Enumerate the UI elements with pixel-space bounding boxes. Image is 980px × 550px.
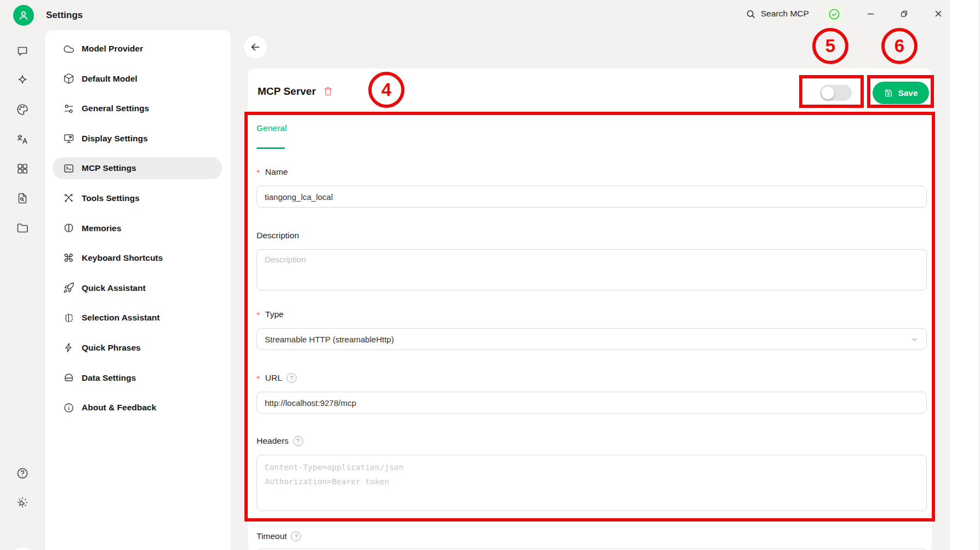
person-icon xyxy=(17,9,30,22)
url-help-icon[interactable]: ? xyxy=(287,373,297,383)
minimize-button[interactable] xyxy=(859,0,881,27)
brain-icon xyxy=(63,222,75,234)
description-label: Description xyxy=(257,231,299,240)
save-button[interactable]: Save xyxy=(873,82,929,104)
sidebar-item-default-model[interactable]: Default Model xyxy=(53,68,222,90)
folder-icon[interactable] xyxy=(16,221,29,234)
sidebar-item-quick-phrases[interactable]: Quick Phrases xyxy=(53,337,222,359)
chevron-down-icon xyxy=(910,335,919,343)
sidebar-item-quick-assistant[interactable]: Quick Assistant xyxy=(53,277,222,299)
help-icon[interactable] xyxy=(16,467,29,480)
check-circle-icon xyxy=(828,8,841,21)
url-label: URL? xyxy=(257,373,297,383)
display-icon xyxy=(63,133,75,144)
toggle-knob xyxy=(822,87,834,99)
app-window: Settings Search MCP xyxy=(0,0,950,550)
server-title: MCP Server xyxy=(258,68,316,114)
palette-icon[interactable] xyxy=(16,103,29,116)
sidebar-item-general-settings[interactable]: General Settings xyxy=(53,98,222,119)
name-input[interactable] xyxy=(257,186,927,208)
headers-label: Headers? xyxy=(257,436,303,446)
arrow-left-icon xyxy=(249,41,261,53)
package-icon xyxy=(63,73,75,84)
command-icon: ⌘ xyxy=(63,253,75,264)
text-select-icon xyxy=(63,312,75,324)
nav-rail xyxy=(0,30,45,550)
sidebar-item-display-settings[interactable]: Display Settings xyxy=(53,128,222,150)
sidebar-item-about-feedback[interactable]: About & Feedback xyxy=(53,397,222,419)
headers-textarea[interactable] xyxy=(257,455,927,511)
url-input[interactable] xyxy=(257,392,927,414)
save-icon xyxy=(884,88,893,98)
page-title: Settings xyxy=(46,0,83,30)
cloud-icon xyxy=(63,43,75,55)
title-bar: Settings Search MCP xyxy=(0,0,950,30)
file-search-icon[interactable] xyxy=(16,192,29,205)
screenshot-edge-line xyxy=(979,0,979,550)
sidebar-item-memories[interactable]: Memories xyxy=(53,217,222,239)
apps-grid-icon[interactable] xyxy=(16,162,29,175)
sidebar-item-tools-settings[interactable]: Tools Settings xyxy=(53,187,222,209)
search-icon xyxy=(745,9,756,19)
sidebar-item-selection-assistant[interactable]: Selection Assistant xyxy=(53,307,222,329)
status-check-badge[interactable] xyxy=(825,5,843,23)
lightning-icon xyxy=(63,342,75,353)
timeout-help-icon[interactable]: ? xyxy=(291,531,301,541)
tab-general[interactable]: General xyxy=(257,123,287,133)
tools-icon xyxy=(63,192,75,204)
maximize-button[interactable] xyxy=(893,0,915,27)
sparkle-icon[interactable] xyxy=(16,74,29,87)
name-label: Name xyxy=(257,167,288,177)
search-mcp[interactable]: Search MCP xyxy=(745,0,809,27)
chat-icon[interactable] xyxy=(16,44,29,58)
rocket-icon xyxy=(63,282,75,294)
search-label: Search MCP xyxy=(761,9,809,19)
close-button[interactable] xyxy=(927,0,949,27)
user-avatar[interactable] xyxy=(13,5,34,26)
server-enabled-toggle[interactable] xyxy=(820,85,852,101)
save-label: Save xyxy=(898,88,918,98)
settings-gear-button[interactable] xyxy=(7,548,38,550)
database-icon xyxy=(63,372,75,383)
type-label: Type xyxy=(257,310,283,319)
sidebar-item-model-provider[interactable]: Model Provider xyxy=(53,38,222,60)
timeout-label: Timeout? xyxy=(257,531,301,541)
settings-sidebar: Model Provider Default Model Ge xyxy=(45,30,231,550)
type-select[interactable]: Streamable HTTP (streamableHttp) xyxy=(257,328,927,350)
sidebar-item-keyboard-shortcuts[interactable]: ⌘ Keyboard Shortcuts xyxy=(53,247,222,269)
sliders-icon xyxy=(63,103,75,114)
sidebar-item-mcp-settings[interactable]: MCP Settings xyxy=(53,157,222,179)
screenshot-root: Settings Search MCP xyxy=(0,0,980,550)
type-select-value: Streamable HTTP (streamableHttp) xyxy=(265,335,394,344)
delete-server-button[interactable] xyxy=(322,85,334,97)
translate-icon[interactable] xyxy=(16,133,29,146)
back-button[interactable] xyxy=(243,35,267,59)
terminal-icon xyxy=(63,163,75,174)
tab-underline xyxy=(257,147,285,149)
description-textarea[interactable] xyxy=(257,249,927,290)
mcp-server-card: MCP Server Save xyxy=(248,68,932,550)
theme-toggle-icon[interactable] xyxy=(16,496,29,509)
sidebar-item-data-settings[interactable]: Data Settings xyxy=(53,367,222,389)
info-icon xyxy=(63,402,75,414)
card-header: MCP Server Save xyxy=(248,68,932,114)
headers-help-icon[interactable]: ? xyxy=(293,436,303,446)
